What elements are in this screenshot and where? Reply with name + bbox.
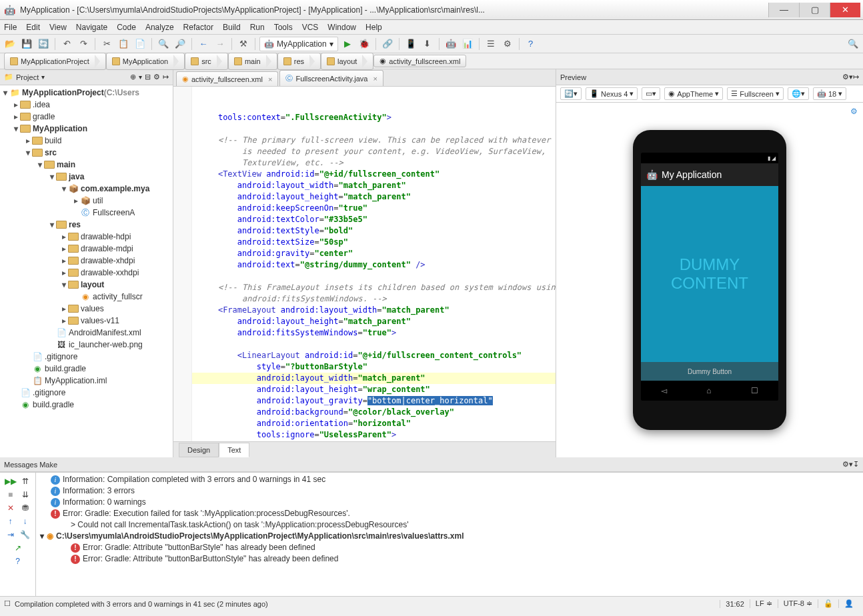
locale-combo[interactable]: 🌐▾	[788, 87, 809, 100]
menu-view[interactable]: View	[49, 23, 67, 32]
expand-icon[interactable]: ⇊	[19, 489, 31, 501]
encoding[interactable]: UTF-8 ≑	[778, 599, 818, 608]
autoscroll-icon[interactable]: ⇥	[5, 529, 17, 541]
copy-icon[interactable]: 📋	[116, 37, 131, 51]
minimize-button[interactable]: —	[768, 3, 799, 17]
crumb-src[interactable]: src	[185, 53, 228, 70]
tab-text[interactable]: Text	[219, 443, 249, 457]
error-icon: !	[71, 555, 80, 564]
target-icon[interactable]: ⊕	[130, 73, 136, 81]
menu-code[interactable]: Code	[117, 23, 136, 32]
sync-icon[interactable]: 🔄	[36, 37, 51, 51]
filter-icon[interactable]: ⛃	[19, 502, 31, 514]
help-icon[interactable]: ?	[12, 555, 24, 567]
crumb-module[interactable]: MyApplication	[106, 53, 185, 70]
collapse-twisty[interactable]: ▾	[40, 531, 44, 542]
search-icon[interactable]: 🔍	[846, 37, 860, 51]
collapse-icon[interactable]: ⇈	[19, 475, 31, 487]
help-icon[interactable]: ?	[524, 37, 538, 51]
messages-tree[interactable]: iInformation: Compilation completed with…	[36, 473, 863, 596]
monitor-icon[interactable]: 📊	[460, 37, 475, 51]
theme-combo[interactable]: ◉AppTheme▾	[664, 87, 723, 100]
undo-icon[interactable]: ↶	[59, 37, 74, 51]
device-combo[interactable]: 📱 Nexus 4▾	[586, 87, 638, 100]
sdk-icon[interactable]: ⬇	[420, 37, 435, 51]
close-icon[interactable]: ×	[373, 75, 377, 83]
refresh-icon[interactable]: 🔄▾	[560, 87, 582, 100]
crumb-res[interactable]: res	[277, 53, 321, 70]
crumb-main[interactable]: main	[228, 53, 277, 70]
attach-icon[interactable]: 🔗	[380, 37, 395, 51]
code-editor[interactable]: tools:context=".FullscreenActivity"> <!-…	[173, 87, 556, 441]
hide-icon[interactable]: ↧	[853, 460, 859, 469]
editor-tab-java[interactable]: Ⓒ FullscreenActivity.java ×	[279, 70, 383, 86]
save-icon[interactable]: 💾	[19, 37, 34, 51]
menu-edit[interactable]: Edit	[26, 23, 40, 32]
menu-tools[interactable]: Tools	[274, 23, 293, 32]
rerun-icon[interactable]: ▶▶	[5, 475, 17, 487]
info-icon: i	[51, 475, 60, 485]
inspector-icon[interactable]: 👤	[838, 599, 859, 608]
menu-refactor[interactable]: Refactor	[183, 23, 213, 32]
cut-icon[interactable]: ✂	[99, 37, 114, 51]
menu-run[interactable]: Run	[250, 23, 265, 32]
structure-icon[interactable]: ☰	[484, 37, 498, 51]
crumb-layout[interactable]: layout	[321, 53, 373, 70]
maximize-button[interactable]: ▢	[799, 3, 830, 17]
project-tree[interactable]: ▾📁MyApplicationProject (C:\Users ▸.idea …	[0, 85, 173, 457]
gear-icon[interactable]: ⚙	[153, 73, 160, 81]
menu-navigate[interactable]: Navigate	[76, 23, 107, 32]
forward-icon[interactable]: →	[213, 37, 227, 51]
ddms-icon[interactable]: 🤖	[444, 37, 458, 51]
gear-icon[interactable]: ⚙▾	[842, 460, 853, 469]
replace-icon[interactable]: 🔎	[173, 37, 187, 51]
hide-icon[interactable]: ↦	[163, 73, 169, 81]
redo-icon[interactable]: ↷	[76, 37, 91, 51]
line-ending[interactable]: LF ≑	[750, 599, 778, 608]
settings-icon[interactable]: ⚙	[500, 37, 515, 51]
make-icon[interactable]: ⚒	[236, 37, 251, 51]
find-icon[interactable]: 🔍	[156, 37, 171, 51]
menu-analyze[interactable]: Analyze	[145, 23, 174, 32]
orientation-icon[interactable]: ▭▾	[642, 87, 660, 100]
run-config-combo[interactable]: 🤖 MyApplication ▾	[259, 37, 338, 51]
close-icon[interactable]: ×	[268, 75, 272, 83]
api-combo[interactable]: 🤖18▾	[813, 87, 846, 100]
paste-icon[interactable]: 📄	[133, 37, 147, 51]
menu-file[interactable]: File	[4, 23, 17, 32]
preview-title: Preview	[560, 73, 586, 81]
avd-icon[interactable]: 📱	[403, 37, 418, 51]
status-icon[interactable]: ☐	[4, 599, 11, 608]
panel-title: Project	[16, 73, 39, 81]
stop-icon[interactable]: ■	[5, 489, 17, 501]
export-icon[interactable]: ↗	[12, 542, 24, 554]
close-icon[interactable]: ✕	[5, 502, 17, 514]
menu-vcs[interactable]: VCS	[302, 23, 319, 32]
back-icon[interactable]: ←	[196, 37, 211, 51]
debug-icon[interactable]: 🐞	[357, 37, 371, 51]
info-icon: i	[51, 498, 60, 507]
close-button[interactable]: ✕	[830, 3, 860, 17]
crumb-file[interactable]: ◉activity_fullscreen.xml	[373, 55, 466, 67]
folder-icon	[234, 57, 242, 65]
app-launcher-icon: 🤖	[646, 169, 658, 180]
lock-icon[interactable]: 🔓	[818, 599, 838, 608]
collapse-icon[interactable]: ⊟	[145, 73, 151, 81]
down-icon[interactable]: ↓	[19, 515, 31, 527]
menu-build[interactable]: Build	[223, 23, 241, 32]
run-icon[interactable]: ▶	[340, 37, 355, 51]
caret-position: 31:62	[720, 600, 750, 608]
config-combo[interactable]: ☰Fullscreen▾	[727, 87, 784, 100]
gear-icon[interactable]: ⚙▾	[842, 73, 853, 81]
open-icon[interactable]: 📂	[3, 37, 17, 51]
hide-icon[interactable]: ↦	[853, 73, 859, 81]
wrench-icon[interactable]: 🔧	[19, 529, 31, 541]
recents-icon: ☐	[751, 386, 758, 395]
menu-window[interactable]: Window	[327, 23, 356, 32]
editor-tab-xml[interactable]: ◉ activity_fullscreen.xml ×	[176, 71, 278, 86]
gear-icon[interactable]: ⚙	[850, 107, 858, 116]
crumb-project[interactable]: MyApplicationProject	[4, 53, 106, 70]
tab-design[interactable]: Design	[179, 443, 219, 457]
menu-help[interactable]: Help	[365, 23, 382, 32]
up-icon[interactable]: ↑	[5, 515, 17, 527]
